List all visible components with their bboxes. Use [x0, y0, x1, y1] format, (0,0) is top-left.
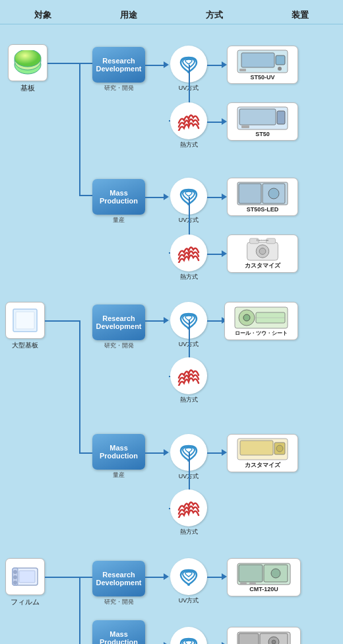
device-cmt120u-box[interactable]: CMT-120U	[227, 558, 301, 596]
cmt120u-img	[236, 562, 292, 586]
device-cmt400u-box[interactable]: CMT-400U	[227, 627, 301, 644]
svg-rect-45	[239, 565, 263, 582]
heat-svg-mp-large	[176, 498, 201, 518]
hline-large-branch	[45, 320, 79, 322]
use-rd-film[interactable]: Research Development 研究・開発	[92, 561, 145, 606]
use-rd-film-box[interactable]: Research Development	[92, 561, 145, 596]
heat-label-mp-large: 熱方式	[180, 528, 198, 536]
uv-svg-rd-film	[177, 566, 201, 587]
hline-large-mp	[79, 452, 92, 454]
device-st50uv-box[interactable]: ST50-UV	[227, 46, 298, 84]
hline-film-rd	[79, 577, 92, 578]
use-mp-film[interactable]: Mass Production 量産	[92, 620, 145, 644]
svg-rect-11	[277, 111, 285, 124]
use-rd-large-line1: Research	[102, 314, 135, 322]
target-large-substrate-label: 大型基板	[12, 341, 38, 350]
use-rd-line2: Development	[96, 65, 141, 73]
large-substrate-icon-box	[5, 302, 45, 339]
svg-rect-48	[240, 583, 247, 585]
device-st50-box[interactable]: ST50	[227, 102, 298, 141]
cmt400u-img	[236, 631, 292, 644]
svg-text:Customize: Customize	[257, 238, 268, 242]
device-roll-label: ロール・ツウ・シート	[235, 330, 288, 337]
svg-rect-5	[241, 53, 274, 67]
hline-large-rd-uv	[145, 320, 165, 322]
method-heat-mp-substrate: 熱方式	[170, 234, 207, 281]
svg-rect-34	[240, 441, 273, 455]
svg-rect-42	[19, 571, 35, 583]
target-substrate-label: 基板	[20, 83, 35, 93]
target-film-label: フィルム	[11, 597, 40, 607]
arrow-uv-dev1	[222, 61, 227, 68]
device-st50sled[interactable]: ST50S-LED	[227, 178, 298, 216]
uv-svg-mp-film	[177, 635, 201, 644]
use-rd-film-sub: 研究・開発	[104, 598, 134, 606]
substrate-icon-box	[8, 44, 47, 81]
use-mp-substrate[interactable]: Mass Production 量産	[92, 179, 145, 225]
arrow-large-rd-uv	[164, 317, 169, 324]
use-rd-large-box[interactable]: Research Development	[92, 304, 145, 340]
heat-svg-rd-large	[176, 366, 201, 386]
film-svg	[10, 563, 40, 590]
svg-point-17	[268, 188, 279, 199]
diagram: 基板 Research Development 研究・開発	[0, 24, 343, 644]
method-heat-mp-large: 熱方式	[170, 489, 207, 536]
device-customize2-box[interactable]: カスタマイズ	[227, 434, 298, 472]
header-col3: 方式	[172, 9, 257, 21]
arrow-mp-uv	[164, 194, 169, 200]
device-cmt120u[interactable]: CMT-120U	[227, 558, 301, 596]
svg-rect-6	[276, 55, 285, 65]
heat-circle-mp	[170, 234, 207, 271]
device-st50uv[interactable]: ST50-UV	[227, 46, 298, 84]
uv-label-rd-film: UV方式	[179, 596, 199, 605]
main-container: 対象 用途 方式 装置 基	[0, 0, 343, 644]
device-cmt120u-label: CMT-120U	[249, 586, 278, 592]
device-st50[interactable]: ST50	[227, 102, 298, 141]
use-mp-large[interactable]: Mass Production 量産	[92, 434, 145, 480]
film-icon-box	[5, 558, 45, 595]
use-rd-large[interactable]: Research Development 研究・開発	[92, 304, 145, 350]
arrow-rd-uv	[164, 61, 169, 68]
use-rd-film-line2: Development	[96, 579, 141, 587]
arrow-uv-film-dev	[222, 573, 227, 580]
svg-point-36	[276, 445, 283, 452]
heat-circle-rd-large	[170, 357, 207, 394]
hline-film-rd-uv	[145, 577, 165, 578]
use-mp-large-line2: Production	[100, 452, 138, 460]
use-rd-sub-label: 研究・開発	[104, 84, 134, 92]
use-rd-large-line2: Development	[96, 322, 141, 330]
device-roll-box[interactable]: ロール・ツウ・シート	[224, 302, 298, 340]
device-st50sled-box[interactable]: ST50S-LED	[227, 178, 298, 216]
use-mp-substrate-box[interactable]: Mass Production	[92, 179, 145, 215]
device-customize1-label: カスタマイズ	[245, 262, 280, 270]
use-mp-large-box[interactable]: Mass Production	[92, 434, 145, 470]
use-mp-large-line1: Mass	[109, 444, 128, 452]
device-roll[interactable]: ロール・ツウ・シート	[224, 302, 298, 340]
header-col1: 対象	[0, 9, 86, 21]
device-st50-label: ST50	[255, 131, 270, 137]
device-customize1-box[interactable]: Customize カスタマイズ	[227, 234, 298, 273]
device-st50uv-label: ST50-UV	[250, 74, 274, 81]
st50sled-img	[236, 181, 289, 206]
target-large-substrate: 大型基板	[5, 302, 45, 350]
svg-rect-12	[241, 125, 249, 128]
hline-heat-dev2	[207, 122, 223, 123]
use-rd-large-sub: 研究・開発	[104, 341, 134, 350]
hline-uv-film-dev	[207, 577, 223, 578]
svg-point-41	[13, 581, 17, 585]
method-uv-mp-film: UV方式	[170, 627, 207, 644]
use-mp-film-box[interactable]: Mass Production	[92, 620, 145, 644]
large-substrate-svg	[11, 306, 40, 334]
hline-uv-dev3	[207, 197, 223, 198]
use-mp-line1: Mass	[109, 189, 128, 197]
hline-rd-uv	[145, 65, 165, 66]
use-rd-substrate-box[interactable]: Research Development	[92, 47, 145, 83]
use-rd-substrate[interactable]: Research Development 研究・開発	[92, 47, 145, 92]
vline-film	[79, 577, 80, 644]
svg-rect-49	[249, 583, 256, 585]
device-customize2[interactable]: カスタマイズ	[227, 434, 298, 472]
uv-circle-rd-film	[170, 558, 207, 595]
device-customize1[interactable]: Customize カスタマイズ	[227, 234, 298, 273]
heat-circle-mp-large	[170, 489, 207, 526]
device-cmt400u[interactable]: CMT-400U	[227, 627, 301, 644]
